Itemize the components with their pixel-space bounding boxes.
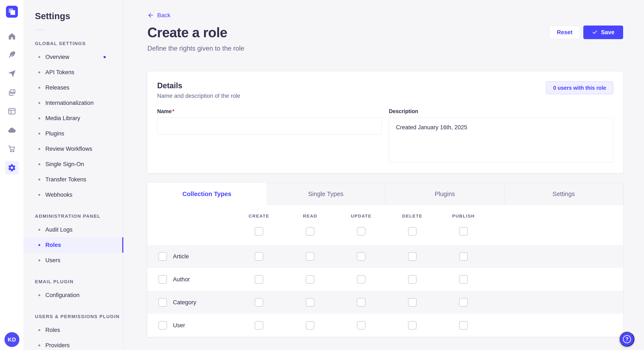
rail-item-gear[interactable] [5,161,19,175]
rail-item-home[interactable] [5,29,19,43]
sidebar-item-configuration[interactable]: Configuration [24,288,123,303]
sidebar-item-roles[interactable]: Roles [24,322,123,338]
column-header-publish: PUBLISH [438,213,489,219]
user-publish-checkbox[interactable] [459,321,468,330]
permission-row-author: Author [147,268,623,291]
sidebar-item-review-workflows[interactable]: Review Workflows [24,141,123,157]
details-card: Details Name and description of the role… [147,71,623,173]
article-update-checkbox[interactable] [357,252,366,261]
article-read-checkbox[interactable] [306,252,314,261]
sidebar-item-single-sign-on[interactable]: Single Sign-On [24,157,123,172]
author-publish-checkbox[interactable] [459,275,468,284]
select-all-create-checkbox[interactable] [255,227,263,236]
question-circle-icon: ? [623,335,631,343]
sidebar-item-internationalization[interactable]: Internationalization [24,95,123,111]
rail-item-feather[interactable] [5,48,19,62]
sidebar-item-overview[interactable]: Overview [24,49,123,65]
bullet-icon [38,102,40,104]
tab-settings[interactable]: Settings [504,183,623,205]
rail-item-layout[interactable] [5,104,19,118]
author-update-checkbox[interactable] [357,275,366,284]
column-header-update: UPDATE [336,213,387,219]
user-update-checkbox[interactable] [357,321,366,330]
sidebar-item-api-tokens[interactable]: API Tokens [24,65,123,80]
layout-icon [8,107,16,116]
feather-icon [8,51,16,59]
bullet-icon [38,345,40,347]
bullet-icon [38,329,40,331]
select-category-row-checkbox[interactable] [158,298,167,307]
select-all-update-checkbox[interactable] [357,227,366,236]
user-delete-checkbox[interactable] [408,321,416,330]
select-article-row-checkbox[interactable] [158,252,167,261]
help-button[interactable]: ? [620,332,634,347]
sidebar-item-releases[interactable]: Releases [24,80,123,95]
category-create-checkbox[interactable] [255,298,263,307]
save-label: Save [601,29,614,36]
row-label: Author [173,276,190,283]
brand-logo-wrap [0,0,24,23]
sidebar-section-label: USERS & PERMISSIONS PLUGIN [35,314,123,319]
article-create-checkbox[interactable] [255,252,263,261]
select-author-row-checkbox[interactable] [158,275,167,284]
bullet-icon [38,259,40,261]
main-nav-rail: KD [0,0,24,350]
page-title: Create a role [147,25,244,40]
bullet-icon [38,117,40,119]
logo-shape-solid [10,10,15,15]
select-all-publish-checkbox[interactable] [459,227,468,236]
select-user-row-checkbox[interactable] [158,321,167,330]
sidebar-item-users[interactable]: Users [24,253,123,268]
bullet-icon [38,178,40,180]
sidebar-item-plugins[interactable]: Plugins [24,126,123,141]
permission-row-article: Article [147,245,623,268]
user-read-checkbox[interactable] [306,321,314,330]
name-field[interactable] [157,118,382,134]
back-link[interactable]: Back [147,12,170,19]
select-all-read-checkbox[interactable] [306,227,314,236]
bullet-icon [38,87,40,89]
rail-item-images[interactable] [5,86,19,100]
permission-row-category: Category [147,291,623,314]
author-create-checkbox[interactable] [255,275,263,284]
description-field[interactable]: Created January 16th, 2025 [389,118,613,163]
category-publish-checkbox[interactable] [459,298,468,307]
tab-plugins[interactable]: Plugins [385,183,504,205]
sidebar-item-roles[interactable]: Roles [24,237,123,253]
article-delete-checkbox[interactable] [408,252,416,261]
sidebar-item-webhooks[interactable]: Webhooks [24,187,123,202]
bullet-icon [38,133,40,135]
arrow-left-icon [147,12,154,19]
sidebar-item-media-library[interactable]: Media Library [24,111,123,126]
bullet-icon [38,163,40,165]
rail-item-cloud[interactable] [5,123,19,137]
check-icon [592,29,598,35]
cart-icon [8,145,16,153]
category-update-checkbox[interactable] [357,298,366,307]
rail-item-paper-plane[interactable] [5,67,19,81]
select-all-delete-checkbox[interactable] [408,227,416,236]
details-subtitle: Name and description of the role [157,93,240,99]
rail-item-cart[interactable] [5,142,19,156]
category-read-checkbox[interactable] [306,298,314,307]
permissions-tabs: Collection TypesSingle TypesPluginsSetti… [147,183,623,205]
users-with-role-button[interactable]: 0 users with this role [546,81,613,94]
user-create-checkbox[interactable] [255,321,263,330]
sidebar-item-audit-logs[interactable]: Audit Logs [24,222,123,237]
author-delete-checkbox[interactable] [408,275,416,284]
strapi-logo-icon[interactable] [6,6,18,18]
paper-plane-icon [8,70,16,78]
save-button[interactable]: Save [583,25,623,39]
sidebar-item-transfer-tokens[interactable]: Transfer Tokens [24,172,123,187]
permissions-table: CREATEREADUPDATEDELETEPUBLISH ArticleAut… [147,205,623,337]
article-publish-checkbox[interactable] [459,252,468,261]
reset-button[interactable]: Reset [549,25,580,39]
category-delete-checkbox[interactable] [408,298,416,307]
tab-single-types[interactable]: Single Types [266,183,386,205]
tab-collection-types[interactable]: Collection Types [147,183,266,205]
bullet-icon [38,56,40,58]
sidebar-item-providers[interactable]: Providers [24,338,123,350]
author-read-checkbox[interactable] [306,275,314,284]
avatar[interactable]: KD [4,332,20,347]
required-asterisk: * [172,108,174,114]
